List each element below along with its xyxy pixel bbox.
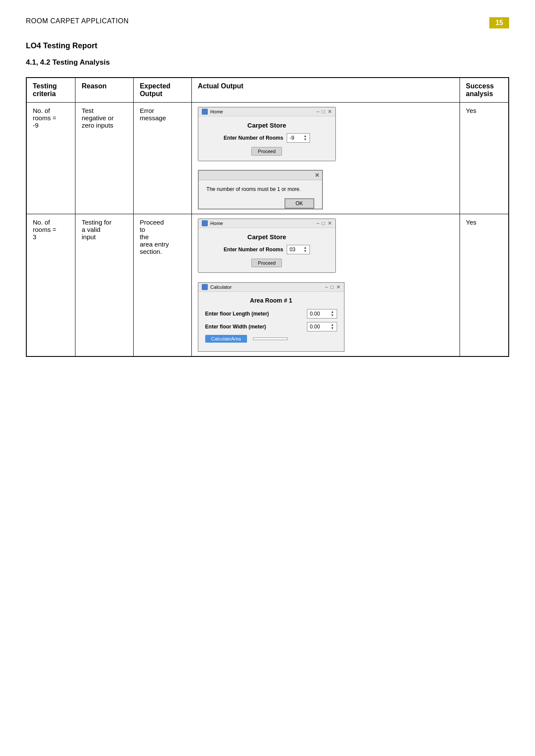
dialog-ok-button-1[interactable]: OK [285,198,314,209]
width-label: Enter floor Width (meter) [205,324,303,330]
calc-maximize-icon[interactable]: □ [331,284,334,290]
proceed-btn-2[interactable]: Proceed [205,259,329,267]
success-cell-2: Yes [460,214,509,357]
table-row: No. of rooms = 3 Testing for a valid inp… [26,214,509,357]
home-body-2: Carpet Store Enter Number of Rooms 03 ▲ … [198,228,335,272]
close-icon-1[interactable]: ✕ [328,109,332,115]
rooms-input-1[interactable]: -9 ▲ ▼ [287,133,310,143]
width-input[interactable]: 0.00 ▲ ▼ [307,322,337,331]
home-title-2: Home [210,221,223,226]
rooms-spinner-2[interactable]: ▲ ▼ [303,246,307,253]
app-icon-2 [202,220,208,226]
header-actual: Actual Output [191,78,460,103]
app-icon-1 [202,109,208,115]
home-title-1: Home [210,109,223,114]
rooms-label-1: Enter Number of Rooms [224,135,283,141]
length-spinner[interactable]: ▲ ▼ [331,310,334,317]
calculate-area-button[interactable]: CalculateArea [205,335,247,343]
store-title-1: Carpet Store [205,122,329,129]
reason-cell-2: Testing for a valid input [75,214,134,357]
windows-group-2: Home – □ ✕ Carpet Store Enter Number [198,219,454,352]
dialog-message-1: The number of rooms must be 1 or more. [206,186,314,192]
testing-criteria-cell-2: No. of rooms = 3 [26,214,75,357]
length-row: Enter floor Length (meter) 0.00 ▲ ▼ [205,309,337,319]
length-label: Enter floor Length (meter) [205,311,303,317]
actual-output-cell-1: Home – □ ✕ Carpet Store Enter Number [191,103,460,214]
home-titlebar-1: Home – □ ✕ [198,107,335,116]
page-header: ROOM CARPET APPLICATION 15 [26,17,509,28]
header-success: Success analysis [460,78,509,103]
home-window-2: Home – □ ✕ Carpet Store Enter Number [198,219,336,273]
table-row: No. of rooms = -9 Test negative or zero … [26,103,509,214]
titlebar-controls-1: – □ ✕ [316,109,332,115]
subsection-heading: 4.1, 4.2 Testing Analysis [26,58,509,67]
store-title-2: Carpet Store [205,233,329,241]
titlebar-controls-2: – □ ✕ [316,220,332,226]
home-body-1: Carpet Store Enter Number of Rooms -9 ▲ … [198,116,335,161]
dialog-titlebar-1: ✕ [199,171,322,180]
rooms-row-2: Enter Number of Rooms 03 ▲ ▼ [205,245,329,254]
proceed-btn-1[interactable]: Proceed [205,147,329,156]
calc-icon [202,284,208,290]
calc-close-icon[interactable]: ✕ [336,284,341,290]
actual-output-cell-2: Home – □ ✕ Carpet Store Enter Number [191,214,460,357]
area-room-title: Area Room # 1 [205,297,337,304]
calc-titlebar: Calculator – □ ✕ [198,283,344,292]
dialog-body-1: The number of rooms must be 1 or more. O… [199,180,322,204]
windows-group-1: Home – □ ✕ Carpet Store Enter Number [198,107,454,209]
page-number: 15 [489,17,509,28]
rooms-row-1: Enter Number of Rooms -9 ▲ ▼ [205,133,329,143]
expected-cell-2: Proceed to the area entry section. [134,214,192,357]
proceed-button-2[interactable]: Proceed [251,259,282,267]
calc-titlebar-controls: – □ ✕ [325,284,341,290]
calc-body: Area Room # 1 Enter floor Length (meter)… [198,292,344,351]
calculator-window: Calculator – □ ✕ Area Room # 1 Enter [198,282,344,352]
testing-table: Testing criteria Reason Expected Output … [26,77,509,357]
rooms-label-2: Enter Number of Rooms [224,247,283,253]
minimize-icon-2[interactable]: – [316,220,319,226]
close-icon-2[interactable]: ✕ [328,220,332,226]
dialog-close-icon-1[interactable]: ✕ [315,172,319,178]
calc-minimize-icon[interactable]: – [325,284,328,290]
proceed-button-1[interactable]: Proceed [251,147,282,156]
minimize-icon-1[interactable]: – [316,109,319,115]
testing-criteria-cell: No. of rooms = -9 [26,103,75,214]
home-titlebar-2: Home – □ ✕ [198,219,335,228]
maximize-icon-2[interactable]: □ [322,220,325,226]
rooms-input-2[interactable]: 03 ▲ ▼ [287,245,310,254]
header-testing: Testing criteria [26,78,75,103]
length-input[interactable]: 0.00 ▲ ▼ [307,309,337,319]
calc-result-box [253,337,288,340]
error-dialog-1: ✕ The number of rooms must be 1 or more.… [198,170,323,209]
maximize-icon-1[interactable]: □ [322,109,325,115]
section-heading: LO4 Testing Report [26,41,509,50]
success-cell-1: Yes [460,103,509,214]
rooms-spinner-1[interactable]: ▲ ▼ [303,134,307,141]
width-row: Enter floor Width (meter) 0.00 ▲ ▼ [205,322,337,331]
header-reason: Reason [75,78,134,103]
page-title: ROOM CARPET APPLICATION [26,17,129,25]
reason-cell-1: Test negative or zero inputs [75,103,134,214]
header-expected: Expected Output [134,78,192,103]
calc-title: Calculator [210,284,232,290]
width-spinner[interactable]: ▲ ▼ [331,323,334,330]
calculate-row: CalculateArea [205,335,337,343]
home-window-1: Home – □ ✕ Carpet Store Enter Number [198,107,336,161]
expected-cell-1: Error message [134,103,192,214]
